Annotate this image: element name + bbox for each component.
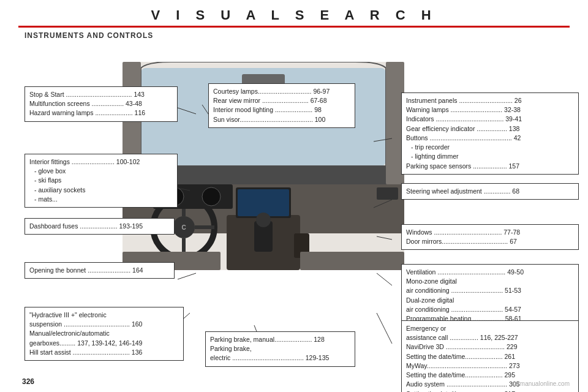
fuses-line1: Dashboard fuses ..................... 19… [29,222,170,231]
fittings-line5: - mats... [29,195,173,204]
instruments-line2: Warning lamps ..........................… [406,105,574,115]
windows-line2: Door mirrors............................… [406,237,574,246]
hydractive-line5: Hill start assist ......................… [29,348,179,357]
info-box-stop-start: Stop & Start ...........................… [24,86,178,122]
svg-line-39 [377,313,392,344]
info-box-dashboard-fuses: Dashboard fuses ..................... 19… [24,218,175,235]
section-title: INSTRUMENTS AND CONTROLS [24,31,588,40]
emergency-line1: Emergency or [406,324,574,333]
svg-point-20 [256,213,271,227]
fittings-line1: Interior fittings ......................… [29,157,173,167]
steering-line1: Steering wheel adjustment ..............… [406,187,574,196]
info-box-ventilation: Ventilation ............................… [401,264,579,327]
instruments-line6: - trip recorder [406,143,574,152]
emergency-line8: Setting the date/time...................… [406,390,574,392]
info-box-hydractive: "Hydractive III +" electronic suspension… [24,307,184,361]
info-box-windows: Windows ................................… [401,224,579,250]
info-box-interior-fittings: Interior fittings ......................… [24,154,178,208]
instruments-line5: Buttons ................................… [406,134,574,143]
instruments-line1: Instrument panels ......................… [406,96,574,105]
info-box-instruments: Instrument panels ......................… [401,92,579,175]
hydractive-line2: suspension .............................… [29,320,179,329]
instruments-line7: - lighting dimmer [406,152,574,161]
info-box-bonnet: Opening the bonnet .....................… [24,262,175,279]
bonnet-line1: Opening the bonnet .....................… [29,266,170,275]
info-box-steering: Steering wheel adjustment ..............… [401,183,579,200]
ventilation-line5: air conditioning .......................… [406,305,574,314]
info-box-courtesy: Courtesy lamps..........................… [208,83,355,128]
main-area: C [0,43,588,386]
watermark: carmanualonline.com [511,380,570,387]
stop-start-line2: Multifunction screens ..................… [29,99,173,108]
ventilation-line1: Ventilation ............................… [406,268,574,277]
red-divider [18,26,570,28]
stop-start-line3: Hazard warning lamps ...................… [29,108,173,118]
emergency-line2: assistance call ................ 116, 22… [406,333,574,342]
fittings-line4: - auxiliary sockets [29,186,173,195]
courtesy-line2: Rear view mirror .......................… [213,96,350,105]
parking-line2: Parking brake, [210,344,350,353]
parking-line3: electric ...............................… [210,353,350,363]
hydractive-line3: Manual/electronic/automatic [29,329,179,338]
courtesy-line3: Interior mood lighting .................… [213,105,350,115]
emergency-line3: NaviDrive 3D ...........................… [406,342,574,352]
courtesy-line4: Sun visor...............................… [213,115,350,124]
svg-line-36 [377,273,392,285]
instruments-line4: Gear efficiency indicator ..............… [406,124,574,134]
windows-line1: Windows ................................… [406,228,574,237]
svg-text:C: C [181,224,186,231]
svg-rect-26 [300,252,404,270]
emergency-line6: Setting the date/time...................… [406,371,574,380]
svg-rect-15 [238,189,289,216]
parking-line1: Parking brake, manual...................… [210,335,350,344]
ventilation-line2: Mono-zone digital [406,277,574,286]
ventilation-line3: air conditioning .......................… [406,286,574,295]
instruments-line8: Parking space sensors ..................… [406,162,574,171]
instruments-line3: Indicators .............................… [406,115,574,124]
page-title: V I S U A L S E A R C H [0,0,588,26]
svg-point-13 [202,187,221,206]
info-box-parking-brake: Parking brake, manual...................… [205,331,355,367]
ventilation-line4: Dual-zone digital [406,296,574,305]
page-number: 326 [18,376,38,387]
courtesy-line1: Courtesy lamps..........................… [213,87,350,96]
stop-start-line1: Stop & Start ...........................… [29,90,173,99]
fittings-line2: - glove box [29,167,173,176]
emergency-line4: Setting the date/time...................… [406,352,574,361]
hydractive-line1: "Hydractive III +" electronic [29,311,179,320]
svg-rect-18 [377,187,398,200]
hydractive-line4: gearboxes......... 137, 139-142, 146-149 [29,339,179,348]
fittings-line3: - ski flaps [29,176,173,185]
emergency-line5: MyWay...................................… [406,361,574,371]
svg-line-35 [178,273,196,279]
